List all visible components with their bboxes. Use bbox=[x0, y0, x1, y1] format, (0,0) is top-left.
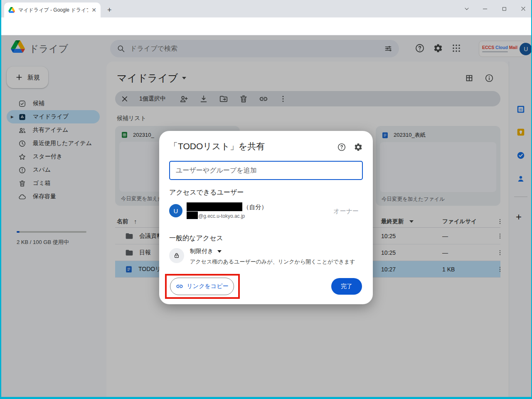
owner-avatar: U bbox=[169, 204, 182, 217]
owner-self-label: （自分） bbox=[243, 203, 267, 211]
dialog-help-icon[interactable] bbox=[337, 143, 346, 152]
new-tab-button[interactable]: + bbox=[107, 6, 112, 15]
access-section-label: アクセスできるユーザー bbox=[169, 188, 244, 197]
window-close-button[interactable] bbox=[517, 3, 530, 14]
tab-title: マイドライブ - Google ドライブ bbox=[18, 7, 88, 14]
owner-email-suffix: @g.ecc.u-tokyo.ac.jp bbox=[198, 213, 245, 219]
dialog-title: 「TODOリスト」を共有 bbox=[169, 140, 265, 152]
lock-badge[interactable] bbox=[169, 248, 184, 263]
restricted-description: アクセス権のあるユーザーのみが、リンクから開くことができます bbox=[190, 258, 355, 266]
window-maximize-button[interactable] bbox=[498, 3, 510, 14]
general-access-row: 制限付き アクセス権のあるユーザーのみが、リンクから開くことができます bbox=[169, 246, 363, 272]
tab-search-icon[interactable] bbox=[461, 3, 473, 14]
dialog-settings-icon[interactable] bbox=[354, 143, 363, 152]
redacted-email-user bbox=[187, 212, 198, 219]
drive-favicon bbox=[8, 7, 15, 13]
redacted-owner-name bbox=[187, 202, 242, 211]
owner-role-label: オーナー bbox=[333, 207, 359, 215]
browser-tab-bar: マイドライブ - Google ドライブ ✕ + bbox=[0, 0, 532, 17]
restricted-dropdown[interactable]: 制限付き bbox=[190, 248, 222, 255]
annotation-highlight-box bbox=[165, 274, 240, 299]
general-access-label: 一般的なアクセス bbox=[169, 234, 223, 243]
dropdown-caret-icon bbox=[217, 250, 222, 253]
owner-row[interactable]: U （自分） @g.ecc.u-tokyo.ac.jp オーナー bbox=[169, 202, 363, 222]
browser-tab[interactable]: マイドライブ - Google ドライブ ✕ bbox=[4, 2, 101, 17]
screen: マイドライブ - Google ドライブ ✕ + drive.google.co… bbox=[0, 0, 532, 399]
lock-icon bbox=[173, 252, 180, 259]
done-button[interactable]: 完了 bbox=[331, 278, 362, 295]
window-minimize-button[interactable] bbox=[479, 3, 491, 14]
add-people-input[interactable] bbox=[169, 161, 363, 180]
tab-close-icon[interactable]: ✕ bbox=[91, 7, 96, 13]
browser-toolbar: drive.google.com/drive/my-drive U bbox=[0, 17, 532, 35]
